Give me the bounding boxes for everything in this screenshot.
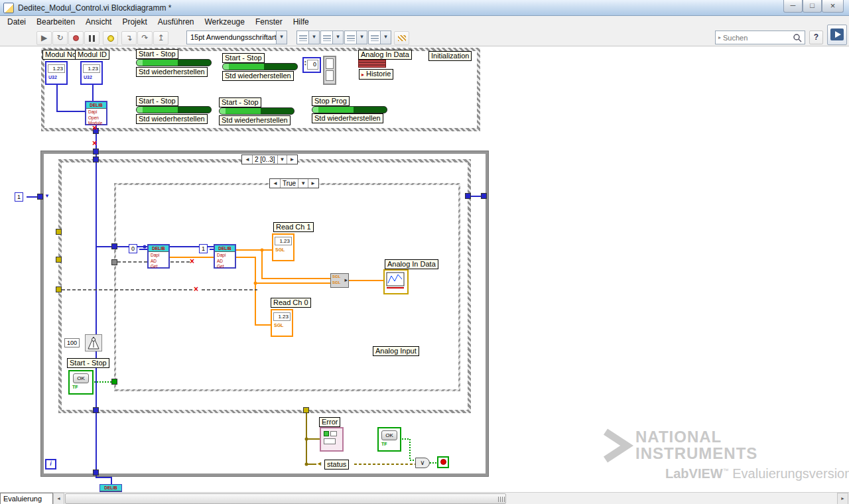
status-tab[interactable]: Evaluierung: [0, 493, 53, 504]
menu-bearbeiten[interactable]: Bearbeiten: [31, 16, 80, 29]
menu-projekt[interactable]: Projekt: [117, 16, 152, 29]
scroll-left-button[interactable]: ◄: [53, 493, 64, 504]
run-continuous-button[interactable]: ↻: [52, 31, 68, 45]
help-button[interactable]: ?: [809, 31, 823, 44]
chevron-down-icon[interactable]: ▾: [332, 31, 343, 44]
analog-in-data-indicator[interactable]: [383, 269, 409, 294]
delib-header: DELIB: [215, 245, 235, 252]
analog-in-data-label: Analog In Data: [358, 50, 412, 60]
std-restore-label-4: Std wiederherstellen: [219, 115, 291, 125]
chevron-down-icon[interactable]: ▾: [380, 31, 391, 44]
search-scope-icon[interactable]: ▸: [718, 34, 721, 40]
menu-fenster[interactable]: Fenster: [250, 16, 288, 29]
array-element-shell[interactable]: [323, 56, 336, 85]
menu-ansicht[interactable]: Ansicht: [80, 16, 117, 29]
array-index-control[interactable]: ▴▾ 0: [302, 57, 321, 73]
channel1-constant[interactable]: 1: [199, 244, 208, 253]
stop-prog-slider[interactable]: [312, 106, 387, 113]
resize-icon: [347, 35, 355, 41]
tunnel: [111, 379, 117, 385]
pause-button[interactable]: [84, 31, 99, 45]
std-restore-label-1: Std wiederherstellen: [136, 67, 208, 77]
sequence-dropdown-icon[interactable]: ▼: [278, 155, 288, 164]
reorder-dropdown[interactable]: ▾: [368, 31, 391, 44]
chevron-down-icon[interactable]: ▾: [308, 31, 319, 44]
loop-condition-terminal[interactable]: [437, 456, 449, 468]
abort-button[interactable]: [68, 31, 84, 45]
start-stop-slider-4[interactable]: [219, 107, 294, 115]
dapi-ad-get-vi-2[interactable]: DELIB Dapi AD Get: [214, 244, 236, 269]
build-array-node[interactable]: SGL SGL ▸: [330, 273, 349, 288]
history-ribbon: [358, 60, 386, 68]
case-selector[interactable]: ◄ True ▼ ►: [269, 178, 319, 188]
start-stop-loop-label: Start - Stop: [67, 358, 109, 368]
dapi-ad-get-vi-1[interactable]: DELIB Dapi AD Get: [147, 244, 170, 269]
read-ch1-indicator[interactable]: 1.23 SGL: [272, 233, 294, 261]
font-selector[interactable]: 15pt Anwendungsschriftart ▾: [186, 31, 287, 44]
menu-werkzeuge[interactable]: Werkzeuge: [199, 16, 249, 29]
menu-ausfuehren[interactable]: Ausführen: [153, 16, 200, 29]
modul-id-terminal[interactable]: 1.23 U32: [80, 61, 103, 85]
start-stop-label-4: Start - Stop: [219, 97, 261, 107]
search-box[interactable]: ▸: [715, 31, 805, 44]
read-ch0-indicator[interactable]: 1.23 SGL: [271, 309, 293, 337]
case-prev-icon[interactable]: ◄: [271, 179, 281, 188]
hscrollbar-thumb[interactable]: [65, 493, 506, 504]
read-ch0-type: SGL: [274, 323, 292, 328]
run-button[interactable]: ▶: [36, 31, 52, 45]
wait-ms-icon[interactable]: [85, 334, 102, 351]
distribute-objects-dropdown[interactable]: ▾: [320, 31, 344, 44]
minimize-button[interactable]: ─: [783, 0, 803, 13]
start-stop-slider-1[interactable]: [136, 59, 212, 66]
read-ch0-value: 1.23: [273, 312, 291, 321]
close-button[interactable]: ×: [822, 0, 844, 13]
highlight-execution-button[interactable]: [103, 31, 118, 45]
wait-constant[interactable]: 100: [64, 338, 80, 347]
window-title: Deditec_Modul_Control.vi Blockdiagramm *: [18, 3, 171, 13]
dapi-open-module-vi[interactable]: DELIB Dapi Open Module: [85, 101, 107, 125]
sequence-next-icon[interactable]: ►: [287, 155, 296, 164]
labview-logo-button[interactable]: [827, 25, 847, 45]
tunnel: [56, 286, 62, 292]
cleanup-diagram-button[interactable]: [394, 31, 409, 45]
resize-objects-dropdown[interactable]: ▾: [344, 31, 367, 44]
std-restore-label-5: Std wiederherstellen: [312, 113, 383, 123]
app-icon: [3, 3, 14, 13]
search-input[interactable]: [723, 34, 791, 42]
delib-header: DELIB: [149, 245, 168, 252]
delib-vi-fragment[interactable]: DELIB: [99, 484, 122, 492]
loop-input-constant[interactable]: 1: [15, 192, 23, 202]
chevron-down-icon[interactable]: ▾: [276, 31, 287, 44]
scroll-right-button[interactable]: ►: [837, 493, 848, 504]
case-next-icon[interactable]: ►: [308, 179, 318, 188]
menu-hilfe[interactable]: Hilfe: [288, 16, 314, 29]
step-into-button[interactable]: ↴: [121, 31, 137, 45]
modul-no-terminal[interactable]: 1.23 U32: [45, 61, 68, 85]
step-over-button[interactable]: ↷: [137, 31, 153, 45]
sequence-selector-value: 2 [0..3]: [253, 155, 278, 164]
chevron-down-icon[interactable]: ▾: [356, 31, 367, 44]
array-cell: [326, 70, 334, 81]
start-stop-boolean-terminal[interactable]: OK TF: [68, 370, 94, 395]
channel0-constant[interactable]: 0: [129, 244, 137, 253]
labview-watermark-product: LabVIEW: [665, 466, 723, 481]
start-stop-slider-2[interactable]: [222, 63, 298, 70]
tunnel: [303, 407, 309, 413]
maximize-button[interactable]: □: [803, 0, 822, 13]
delib-ad-line3: Get: [149, 263, 168, 269]
menu-datei[interactable]: Datei: [2, 16, 31, 29]
step-out-button[interactable]: ↥: [153, 31, 168, 45]
stop-boolean-terminal[interactable]: OK TF: [377, 427, 401, 452]
read-ch0-label: Read Ch 0: [271, 298, 311, 308]
historie-marker-icon: ▸: [361, 72, 364, 78]
or-function[interactable]: ∨: [415, 458, 430, 468]
sequence-prev-icon[interactable]: ◄: [243, 155, 253, 164]
iteration-terminal[interactable]: i: [45, 459, 56, 470]
distribute-icon: [323, 35, 331, 41]
modul-id-type: U32: [84, 75, 101, 80]
sequence-selector[interactable]: ◄ 2 [0..3] ▼ ►: [241, 155, 298, 164]
error-cluster-indicator[interactable]: [320, 427, 344, 452]
align-objects-dropdown[interactable]: ▾: [296, 31, 320, 44]
start-stop-slider-3[interactable]: [136, 106, 212, 113]
case-dropdown-icon[interactable]: ▼: [298, 179, 308, 188]
